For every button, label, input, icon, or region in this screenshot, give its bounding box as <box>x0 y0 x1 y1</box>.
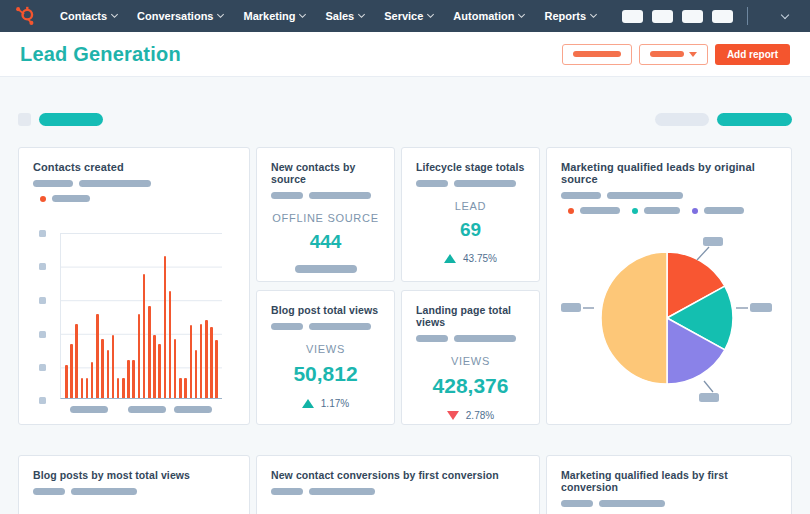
subtitle-placeholders <box>33 488 235 495</box>
metric-label: LEAD <box>416 200 525 212</box>
redacted-label-bar <box>573 51 621 57</box>
y-axis-tick-placeholder <box>39 397 46 404</box>
report-title: New contacts by source <box>271 161 380 185</box>
metric-value: 50,812 <box>271 362 380 386</box>
subtitle-placeholders <box>271 323 380 330</box>
nav-service[interactable]: Service <box>374 0 443 32</box>
bar <box>65 365 68 398</box>
bar <box>164 256 167 398</box>
nav-marketing[interactable]: Marketing <box>233 0 315 32</box>
toolbar-icon-placeholder[interactable] <box>682 10 703 23</box>
nav-conversations[interactable]: Conversations <box>127 0 233 32</box>
toolbar-icon-placeholder[interactable] <box>652 10 673 23</box>
bar <box>96 314 99 398</box>
dashboard-actions-dropdown[interactable] <box>639 44 708 65</box>
card-mql-by-first-conversion: Marketing qualified leads by first conve… <box>546 455 792 514</box>
pie-label-placeholder <box>561 303 581 312</box>
header-actions: Add report <box>562 44 790 65</box>
bar <box>205 320 208 398</box>
report-title: Landing page total views <box>416 304 525 328</box>
pie-slice-yellow <box>601 252 667 384</box>
y-axis-tick-placeholder <box>39 297 46 304</box>
metric-value: 444 <box>271 231 380 253</box>
report-title: Marketing qualified leads by original so… <box>561 161 777 185</box>
bar <box>215 340 218 398</box>
pie-slice-purple <box>667 318 725 384</box>
bar <box>107 350 110 398</box>
subtitle-placeholders <box>561 192 777 199</box>
filter-row-right <box>655 113 792 126</box>
chevron-down-icon <box>358 11 365 18</box>
filter-icon-placeholder[interactable] <box>18 113 31 126</box>
pie-label-placeholder <box>750 303 772 312</box>
bar <box>75 324 78 398</box>
subtitle-placeholders <box>33 180 235 187</box>
toolbar-icon-placeholder[interactable] <box>622 10 643 23</box>
chevron-down-icon <box>299 11 306 18</box>
dashboard-filter-button[interactable] <box>562 44 632 65</box>
x-axis-tick-placeholder <box>128 406 166 413</box>
nav-contacts[interactable]: Contacts <box>50 0 127 32</box>
metric-label: OFFLINE SOURCE <box>271 212 380 224</box>
report-grid: Contacts created New contacts by source <box>18 147 792 425</box>
card-blog-post-total-views: Blog post total views VIEWS 50,812 1.17% <box>256 290 395 425</box>
metric-value: 69 <box>416 219 525 241</box>
toolbar-icon-placeholder[interactable] <box>712 10 733 23</box>
bar <box>195 350 198 398</box>
filter-pill-primary[interactable] <box>717 113 792 126</box>
report-title: Lifecycle stage totals <box>416 161 525 173</box>
bar <box>127 360 130 398</box>
bar <box>143 274 146 398</box>
y-axis-tick-placeholder <box>39 263 46 270</box>
add-report-button[interactable]: Add report <box>715 44 790 65</box>
bar <box>70 344 73 398</box>
bar <box>200 324 203 398</box>
report-title: New contact conversions by first convers… <box>271 469 525 481</box>
bar <box>112 335 115 398</box>
card-blog-posts-by-most-total-views: Blog posts by most total views <box>18 455 250 514</box>
delta-down-icon <box>447 411 459 420</box>
metric-label: VIEWS <box>416 355 525 367</box>
bar <box>153 335 156 398</box>
nav-automation[interactable]: Automation <box>443 0 534 32</box>
comparison-placeholder <box>295 265 357 273</box>
mql-pie-chart <box>547 148 792 424</box>
pie-legend <box>561 207 777 214</box>
bar <box>158 344 161 398</box>
bar <box>81 378 84 398</box>
y-axis-tick-placeholder <box>39 230 46 237</box>
chevron-down-icon <box>689 52 697 57</box>
pie-callout-line <box>704 381 713 392</box>
metric-label: VIEWS <box>271 343 380 355</box>
pie-label-placeholder <box>703 237 723 246</box>
redacted-label-bar <box>650 51 684 57</box>
nav-sales[interactable]: Sales <box>315 0 374 32</box>
account-chevron-down-icon[interactable] <box>781 11 789 19</box>
metric-delta: 43.75% <box>416 253 525 264</box>
page-header: Lead Generation Add report <box>0 32 810 77</box>
filter-pill-secondary[interactable] <box>655 113 709 126</box>
delta-up-icon <box>302 399 314 408</box>
bar <box>117 378 120 398</box>
chevron-down-icon <box>427 11 434 18</box>
bar <box>179 378 182 398</box>
legend-swatch-icon <box>40 196 46 202</box>
bar <box>210 327 213 398</box>
subtitle-placeholders <box>561 500 777 507</box>
date-filter-pill[interactable] <box>39 113 103 126</box>
nav-reports[interactable]: Reports <box>534 0 606 32</box>
pie-slice-orange <box>667 252 725 318</box>
report-title: Blog posts by most total views <box>33 469 235 481</box>
bar <box>174 339 177 398</box>
hubspot-logo-icon[interactable] <box>14 5 38 27</box>
bar <box>169 291 172 398</box>
navbar-divider <box>747 7 748 25</box>
card-new-contacts-by-source: New contacts by source OFFLINE SOURCE 44… <box>256 147 395 282</box>
subtitle-placeholders <box>416 180 525 187</box>
metric-delta: 1.17% <box>271 398 380 409</box>
top-navbar: Contacts Conversations Marketing Sales S… <box>0 0 810 32</box>
legend-swatch-icon <box>692 208 698 214</box>
report-title: Blog post total views <box>271 304 380 316</box>
y-axis-tick-placeholder <box>39 364 46 371</box>
legend-swatch-icon <box>632 208 638 214</box>
